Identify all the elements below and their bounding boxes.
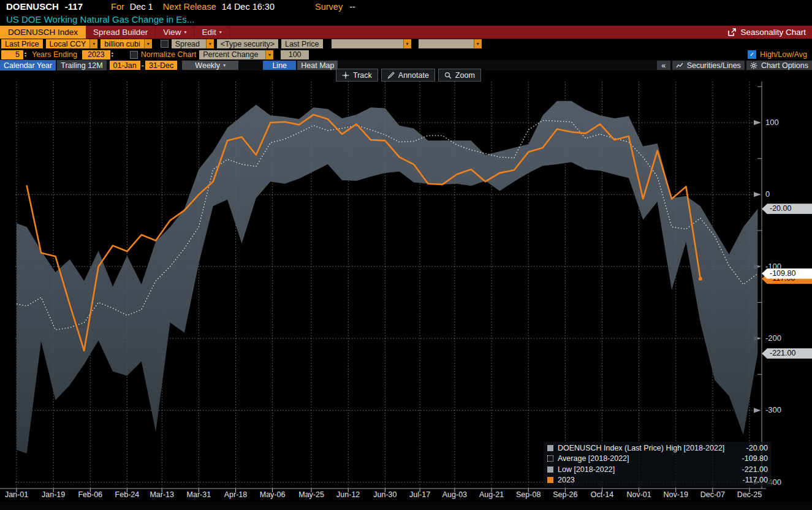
- line-tab[interactable]: Line: [263, 61, 296, 70]
- legend-label: Low [2018-2022]: [558, 465, 615, 474]
- x-tick-label: Jul-17: [409, 490, 430, 499]
- frequency-dropdown[interactable]: Weekly▾: [182, 61, 238, 70]
- percent-change-dropdown[interactable]: Percent Change▾: [199, 50, 273, 59]
- x-tick-label: Mar-13: [150, 490, 174, 499]
- heat-map-tab[interactable]: Heat Map: [297, 61, 338, 70]
- next-release-value: 14 Dec 16:30: [222, 2, 275, 12]
- chevron-down-icon: ▾: [474, 39, 482, 48]
- end-date-field[interactable]: 31-Dec: [145, 61, 177, 70]
- chevron-down-icon: ▾: [206, 39, 214, 48]
- axis-value-label: -221.00: [762, 348, 812, 359]
- blank-dropdown-1[interactable]: ▾: [332, 39, 411, 48]
- legend-label: Average [2018-2022]: [558, 454, 629, 463]
- security-description: US DOE Working Natural Gas Change in Es.…: [6, 13, 194, 26]
- securities-lines-button[interactable]: Securities/Lines: [672, 61, 745, 70]
- spread-checkbox[interactable]: [161, 40, 169, 48]
- unit-dropdown[interactable]: billion cubi▾: [101, 39, 151, 48]
- x-tick-label: Apr-18: [224, 490, 248, 499]
- x-tick-label: Jun-30: [373, 490, 397, 499]
- x-tick-label: Oct-14: [591, 490, 614, 499]
- x-tick-label: Feb-06: [78, 490, 102, 499]
- annotate-button[interactable]: Annotate: [381, 69, 435, 82]
- chevron-down-icon: ▾: [223, 63, 226, 68]
- legend-row[interactable]: Average [2018-2022]-109.80: [547, 454, 768, 465]
- normalize-checkbox[interactable]: [130, 51, 138, 59]
- legend-swatch-icon: [547, 477, 553, 483]
- years-stepper[interactable]: 5: [1, 50, 23, 59]
- track-button[interactable]: Track: [336, 69, 378, 82]
- pencil-icon: [387, 72, 395, 79]
- normalize-label: Normalize Chart: [141, 50, 196, 59]
- legend-swatch-icon: [547, 455, 553, 462]
- x-tick-label: Jan-01: [5, 490, 28, 499]
- blank-dropdown-2[interactable]: ▾: [419, 39, 482, 48]
- chart-toolbar: Track Annotate Zoom: [336, 69, 481, 82]
- legend-row[interactable]: Low [2018-2022]-221.00: [547, 464, 768, 475]
- menu-bar: DOENUSCH Index Spread Builder View▾ Edit…: [0, 26, 812, 39]
- currency-dropdown[interactable]: Local CCY▾: [46, 39, 98, 48]
- security-header: DOENUSCH -117 For Dec 1 Next Release 14 …: [0, 0, 812, 13]
- menu-edit[interactable]: Edit▾: [194, 26, 229, 39]
- bottom-strip: [0, 501, 812, 510]
- for-value: Dec 1: [130, 2, 153, 12]
- spread-dropdown[interactable]: Spread▾: [172, 39, 214, 48]
- bloomberg-terminal: DOENUSCH -117 For Dec 1 Next Release 14 …: [0, 0, 812, 510]
- x-tick-label: Dec-25: [737, 490, 762, 499]
- stepper-arrows-icon[interactable]: ▲▼: [111, 51, 114, 58]
- chevron-down-icon: ▾: [403, 39, 411, 48]
- zoom-button[interactable]: Zoom: [438, 69, 481, 82]
- type-security-input[interactable]: <Type security>: [217, 39, 278, 48]
- legend-swatch-icon: [547, 466, 553, 473]
- toolbar-row-2: 5 ▲▼ Years Ending 2023 ▲▼ Normalize Char…: [0, 50, 812, 59]
- legend-value: -221.00: [742, 465, 768, 474]
- seasonality-chart-action[interactable]: Seasonality Chart: [728, 26, 812, 39]
- last-value: -117: [65, 1, 83, 12]
- chevron-down-icon: ▾: [184, 29, 186, 35]
- toolbar-row-1: Last Price Local CCY▾ billion cubi▾ Spre…: [0, 39, 812, 49]
- ticker: DOENUSCH: [6, 1, 59, 12]
- axis-value-label: -109.80: [762, 268, 812, 279]
- stepper-arrows-icon[interactable]: ▲▼: [24, 51, 27, 58]
- legend-row[interactable]: 2023-117.00: [547, 475, 768, 486]
- gear-icon: [750, 62, 757, 69]
- legend-label: 2023: [558, 476, 575, 484]
- y-tick-label: 100: [765, 117, 779, 128]
- survey-label: Survey: [315, 2, 343, 12]
- high-low-avg-label: High/Low/Avg: [760, 50, 807, 59]
- last-price-2-button[interactable]: Last Price: [281, 39, 323, 48]
- last-price-button[interactable]: Last Price: [1, 39, 43, 48]
- start-date-field[interactable]: 01-Jan: [110, 61, 140, 70]
- x-tick-label: May-25: [298, 490, 324, 499]
- legend-label: DOENUSCH Index (Last Price) High [2018-2…: [558, 444, 724, 452]
- next-release-label: Next Release: [163, 2, 216, 12]
- legend-value: -109.80: [742, 454, 768, 463]
- years-ending-label: Years Ending: [32, 50, 77, 59]
- legend-swatch-icon: [547, 445, 553, 451]
- x-tick-label: Sep-26: [553, 490, 577, 499]
- menu-spread-builder[interactable]: Spread Builder: [86, 26, 156, 39]
- axis-value-label: -20.00: [762, 204, 812, 214]
- menu-view[interactable]: View▾: [156, 26, 194, 39]
- x-tick-label: May-06: [260, 490, 286, 499]
- y-tick-label: 0: [765, 189, 770, 200]
- collapse-panel-button[interactable]: «: [657, 61, 670, 70]
- y-tick-label: -200: [765, 333, 781, 344]
- chevron-down-icon: ▾: [89, 39, 97, 48]
- legend-row[interactable]: DOENUSCH Index (Last Price) High [2018-2…: [547, 443, 768, 454]
- x-tick-label: Sep-08: [516, 490, 541, 499]
- chart-options-button[interactable]: Chart Options: [746, 61, 812, 70]
- chart-legend: DOENUSCH Index (Last Price) High [2018-2…: [544, 442, 772, 487]
- x-tick-label: Jan-19: [42, 490, 65, 499]
- x-tick-label: Aug-03: [442, 490, 467, 499]
- legend-value: -117.00: [743, 476, 768, 484]
- date-separator: -: [142, 61, 144, 70]
- year-end-stepper[interactable]: 2023: [82, 50, 110, 59]
- popout-icon: [728, 28, 736, 36]
- line-chart-icon: [676, 63, 683, 69]
- x-tick-label: Nov-19: [664, 490, 688, 499]
- x-tick-label: Dec-07: [700, 490, 725, 499]
- high-low-avg-checkbox[interactable]: ✓: [748, 50, 756, 59]
- normalize-value-input[interactable]: 100: [281, 50, 309, 59]
- x-tick-label: Mar-31: [187, 490, 211, 499]
- security-tab[interactable]: DOENUSCH Index: [0, 26, 86, 39]
